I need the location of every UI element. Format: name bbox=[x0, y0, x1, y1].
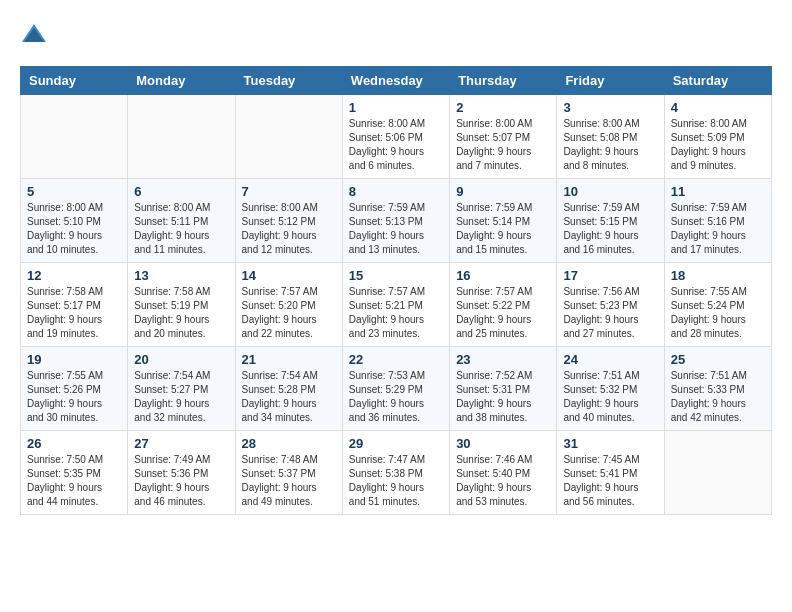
day-info: Sunrise: 7:52 AM Sunset: 5:31 PM Dayligh… bbox=[456, 369, 550, 425]
calendar-cell: 24Sunrise: 7:51 AM Sunset: 5:32 PM Dayli… bbox=[557, 347, 664, 431]
calendar-cell: 17Sunrise: 7:56 AM Sunset: 5:23 PM Dayli… bbox=[557, 263, 664, 347]
calendar-cell: 16Sunrise: 7:57 AM Sunset: 5:22 PM Dayli… bbox=[450, 263, 557, 347]
day-number: 2 bbox=[456, 100, 550, 115]
day-number: 17 bbox=[563, 268, 657, 283]
day-info: Sunrise: 7:54 AM Sunset: 5:28 PM Dayligh… bbox=[242, 369, 336, 425]
day-number: 1 bbox=[349, 100, 443, 115]
calendar-week-3: 12Sunrise: 7:58 AM Sunset: 5:17 PM Dayli… bbox=[21, 263, 772, 347]
calendar-week-5: 26Sunrise: 7:50 AM Sunset: 5:35 PM Dayli… bbox=[21, 431, 772, 515]
header-thursday: Thursday bbox=[450, 67, 557, 95]
day-info: Sunrise: 7:55 AM Sunset: 5:26 PM Dayligh… bbox=[27, 369, 121, 425]
day-info: Sunrise: 7:48 AM Sunset: 5:37 PM Dayligh… bbox=[242, 453, 336, 509]
calendar-cell: 4Sunrise: 8:00 AM Sunset: 5:09 PM Daylig… bbox=[664, 95, 771, 179]
day-number: 9 bbox=[456, 184, 550, 199]
calendar-cell: 11Sunrise: 7:59 AM Sunset: 5:16 PM Dayli… bbox=[664, 179, 771, 263]
calendar-cell: 20Sunrise: 7:54 AM Sunset: 5:27 PM Dayli… bbox=[128, 347, 235, 431]
calendar-cell: 14Sunrise: 7:57 AM Sunset: 5:20 PM Dayli… bbox=[235, 263, 342, 347]
day-info: Sunrise: 7:57 AM Sunset: 5:22 PM Dayligh… bbox=[456, 285, 550, 341]
calendar-cell: 29Sunrise: 7:47 AM Sunset: 5:38 PM Dayli… bbox=[342, 431, 449, 515]
day-number: 20 bbox=[134, 352, 228, 367]
day-number: 3 bbox=[563, 100, 657, 115]
day-number: 14 bbox=[242, 268, 336, 283]
calendar-cell: 22Sunrise: 7:53 AM Sunset: 5:29 PM Dayli… bbox=[342, 347, 449, 431]
logo bbox=[20, 20, 50, 48]
day-info: Sunrise: 7:54 AM Sunset: 5:27 PM Dayligh… bbox=[134, 369, 228, 425]
day-number: 4 bbox=[671, 100, 765, 115]
header-tuesday: Tuesday bbox=[235, 67, 342, 95]
header-saturday: Saturday bbox=[664, 67, 771, 95]
calendar-cell: 19Sunrise: 7:55 AM Sunset: 5:26 PM Dayli… bbox=[21, 347, 128, 431]
day-number: 30 bbox=[456, 436, 550, 451]
day-info: Sunrise: 7:59 AM Sunset: 5:16 PM Dayligh… bbox=[671, 201, 765, 257]
calendar-cell: 5Sunrise: 8:00 AM Sunset: 5:10 PM Daylig… bbox=[21, 179, 128, 263]
calendar-cell: 15Sunrise: 7:57 AM Sunset: 5:21 PM Dayli… bbox=[342, 263, 449, 347]
day-number: 21 bbox=[242, 352, 336, 367]
calendar-cell: 30Sunrise: 7:46 AM Sunset: 5:40 PM Dayli… bbox=[450, 431, 557, 515]
day-info: Sunrise: 7:59 AM Sunset: 5:13 PM Dayligh… bbox=[349, 201, 443, 257]
day-info: Sunrise: 7:46 AM Sunset: 5:40 PM Dayligh… bbox=[456, 453, 550, 509]
day-number: 7 bbox=[242, 184, 336, 199]
calendar-cell: 2Sunrise: 8:00 AM Sunset: 5:07 PM Daylig… bbox=[450, 95, 557, 179]
day-number: 22 bbox=[349, 352, 443, 367]
calendar-week-2: 5Sunrise: 8:00 AM Sunset: 5:10 PM Daylig… bbox=[21, 179, 772, 263]
header-monday: Monday bbox=[128, 67, 235, 95]
day-info: Sunrise: 7:51 AM Sunset: 5:32 PM Dayligh… bbox=[563, 369, 657, 425]
day-number: 29 bbox=[349, 436, 443, 451]
day-number: 24 bbox=[563, 352, 657, 367]
calendar-week-4: 19Sunrise: 7:55 AM Sunset: 5:26 PM Dayli… bbox=[21, 347, 772, 431]
day-info: Sunrise: 8:00 AM Sunset: 5:09 PM Dayligh… bbox=[671, 117, 765, 173]
day-number: 16 bbox=[456, 268, 550, 283]
day-number: 6 bbox=[134, 184, 228, 199]
calendar-cell bbox=[664, 431, 771, 515]
calendar-cell: 23Sunrise: 7:52 AM Sunset: 5:31 PM Dayli… bbox=[450, 347, 557, 431]
day-number: 13 bbox=[134, 268, 228, 283]
day-number: 28 bbox=[242, 436, 336, 451]
day-number: 31 bbox=[563, 436, 657, 451]
day-info: Sunrise: 8:00 AM Sunset: 5:06 PM Dayligh… bbox=[349, 117, 443, 173]
calendar-cell: 9Sunrise: 7:59 AM Sunset: 5:14 PM Daylig… bbox=[450, 179, 557, 263]
calendar-cell: 12Sunrise: 7:58 AM Sunset: 5:17 PM Dayli… bbox=[21, 263, 128, 347]
calendar-cell: 31Sunrise: 7:45 AM Sunset: 5:41 PM Dayli… bbox=[557, 431, 664, 515]
day-number: 15 bbox=[349, 268, 443, 283]
day-number: 18 bbox=[671, 268, 765, 283]
calendar-cell: 1Sunrise: 8:00 AM Sunset: 5:06 PM Daylig… bbox=[342, 95, 449, 179]
day-info: Sunrise: 7:50 AM Sunset: 5:35 PM Dayligh… bbox=[27, 453, 121, 509]
calendar-cell: 10Sunrise: 7:59 AM Sunset: 5:15 PM Dayli… bbox=[557, 179, 664, 263]
day-info: Sunrise: 8:00 AM Sunset: 5:07 PM Dayligh… bbox=[456, 117, 550, 173]
calendar-cell bbox=[21, 95, 128, 179]
day-info: Sunrise: 7:53 AM Sunset: 5:29 PM Dayligh… bbox=[349, 369, 443, 425]
header-friday: Friday bbox=[557, 67, 664, 95]
calendar-cell bbox=[235, 95, 342, 179]
day-number: 19 bbox=[27, 352, 121, 367]
calendar-week-1: 1Sunrise: 8:00 AM Sunset: 5:06 PM Daylig… bbox=[21, 95, 772, 179]
calendar-cell: 8Sunrise: 7:59 AM Sunset: 5:13 PM Daylig… bbox=[342, 179, 449, 263]
day-info: Sunrise: 7:45 AM Sunset: 5:41 PM Dayligh… bbox=[563, 453, 657, 509]
day-number: 5 bbox=[27, 184, 121, 199]
day-number: 23 bbox=[456, 352, 550, 367]
day-info: Sunrise: 8:00 AM Sunset: 5:08 PM Dayligh… bbox=[563, 117, 657, 173]
day-number: 11 bbox=[671, 184, 765, 199]
day-info: Sunrise: 8:00 AM Sunset: 5:10 PM Dayligh… bbox=[27, 201, 121, 257]
calendar-cell: 25Sunrise: 7:51 AM Sunset: 5:33 PM Dayli… bbox=[664, 347, 771, 431]
day-info: Sunrise: 7:55 AM Sunset: 5:24 PM Dayligh… bbox=[671, 285, 765, 341]
header-wednesday: Wednesday bbox=[342, 67, 449, 95]
header-sunday: Sunday bbox=[21, 67, 128, 95]
day-info: Sunrise: 7:49 AM Sunset: 5:36 PM Dayligh… bbox=[134, 453, 228, 509]
day-info: Sunrise: 7:58 AM Sunset: 5:19 PM Dayligh… bbox=[134, 285, 228, 341]
calendar-cell: 6Sunrise: 8:00 AM Sunset: 5:11 PM Daylig… bbox=[128, 179, 235, 263]
calendar-cell: 26Sunrise: 7:50 AM Sunset: 5:35 PM Dayli… bbox=[21, 431, 128, 515]
day-number: 8 bbox=[349, 184, 443, 199]
day-info: Sunrise: 7:51 AM Sunset: 5:33 PM Dayligh… bbox=[671, 369, 765, 425]
calendar-header-row: SundayMondayTuesdayWednesdayThursdayFrid… bbox=[21, 67, 772, 95]
calendar-cell: 18Sunrise: 7:55 AM Sunset: 5:24 PM Dayli… bbox=[664, 263, 771, 347]
day-info: Sunrise: 8:00 AM Sunset: 5:11 PM Dayligh… bbox=[134, 201, 228, 257]
day-number: 25 bbox=[671, 352, 765, 367]
day-number: 27 bbox=[134, 436, 228, 451]
day-info: Sunrise: 8:00 AM Sunset: 5:12 PM Dayligh… bbox=[242, 201, 336, 257]
calendar-cell: 13Sunrise: 7:58 AM Sunset: 5:19 PM Dayli… bbox=[128, 263, 235, 347]
calendar-cell: 28Sunrise: 7:48 AM Sunset: 5:37 PM Dayli… bbox=[235, 431, 342, 515]
calendar-cell bbox=[128, 95, 235, 179]
day-info: Sunrise: 7:57 AM Sunset: 5:20 PM Dayligh… bbox=[242, 285, 336, 341]
day-number: 12 bbox=[27, 268, 121, 283]
calendar-cell: 27Sunrise: 7:49 AM Sunset: 5:36 PM Dayli… bbox=[128, 431, 235, 515]
